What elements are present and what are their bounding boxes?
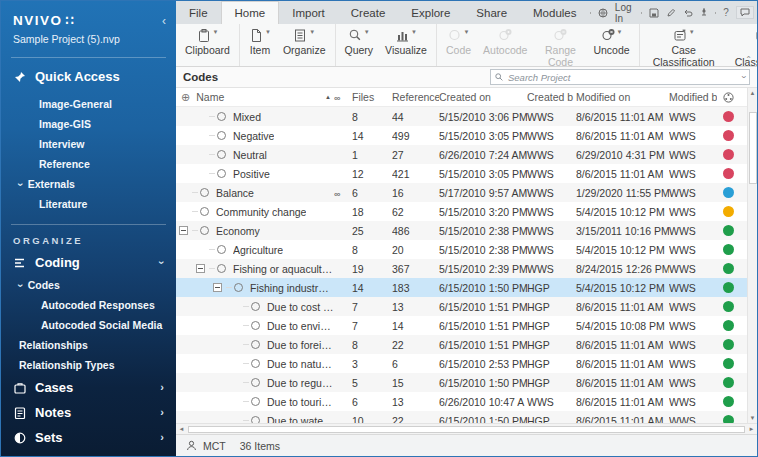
save-icon[interactable] xyxy=(649,8,659,18)
tab-explore[interactable]: Explore xyxy=(398,1,463,24)
table-row[interactable]: Mixed8445/15/2010 3:06 PMWWS8/6/2015 11:… xyxy=(176,107,747,126)
chevron-right-icon[interactable]: › xyxy=(160,407,164,418)
table-row[interactable]: Due to tourism and6136/26/2010 10:47 AWW… xyxy=(176,392,747,411)
row-name-label: Fishing or aquaculture xyxy=(233,263,334,275)
column-header-color[interactable] xyxy=(717,92,739,103)
column-header-name[interactable]: ⊕ Name ▲ xyxy=(176,91,334,104)
tab-home[interactable]: Home xyxy=(221,1,280,24)
table-row[interactable]: Neutral1276/26/2010 7:24 AMWWS6/29/2010 … xyxy=(176,145,747,164)
case-classification-button[interactable]: ▼Case Classification xyxy=(643,26,725,68)
collapse-node-icon[interactable] xyxy=(213,283,226,292)
undo-icon[interactable] xyxy=(683,8,693,18)
cell-created-by: WWS xyxy=(527,396,576,408)
scroll-right-icon[interactable]: ► xyxy=(746,424,757,434)
vertical-scroll-thumb[interactable] xyxy=(749,112,757,184)
table-row[interactable]: Agriculture8205/15/2010 2:38 PMWWS5/4/20… xyxy=(176,240,747,259)
table-row[interactable]: Economy254865/15/2010 2:38 PMWWS3/15/201… xyxy=(176,221,747,240)
chevron-right-icon[interactable]: › xyxy=(160,382,164,393)
sidebar-item-literature[interactable]: Literature xyxy=(1,194,176,214)
sidebar-item-relationship-types[interactable]: Relationship Types xyxy=(1,355,176,375)
search-input[interactable]: Search Project › xyxy=(490,69,750,85)
cell-name: Community change xyxy=(176,206,334,218)
column-header-created-on[interactable]: Created on xyxy=(439,91,527,103)
table-row[interactable]: Due to cost of doin7136/15/2010 1:51 PMH… xyxy=(176,297,747,316)
cell-color xyxy=(717,377,739,388)
edit-icon[interactable] xyxy=(666,8,676,18)
table-row[interactable]: Balance∞6165/17/2010 9:57 AMWWS1/29/2020… xyxy=(176,183,747,202)
tab-modules[interactable]: Modules xyxy=(520,1,589,24)
sidebar-item-autocoded-social-media[interactable]: Autocoded Social Media xyxy=(1,315,176,335)
table-row[interactable]: Community change18625/15/2010 3:20 PMWWS… xyxy=(176,202,747,221)
table-row[interactable]: Due to natural varia366/15/2010 2:53 PMH… xyxy=(176,354,747,373)
scroll-down-icon[interactable]: ▼ xyxy=(748,413,757,423)
table-row[interactable]: Fishing or aquaculture193675/15/2010 2:3… xyxy=(176,259,747,278)
sidebar-item-autocoded-responses[interactable]: Autocoded Responses xyxy=(1,295,176,315)
code-color-badge xyxy=(723,244,734,255)
sidebar-item-image-general[interactable]: Image-General xyxy=(1,94,176,114)
column-header-modified-on[interactable]: Modified on xyxy=(576,91,669,103)
table-row[interactable]: Fishing industry decline141836/15/2010 1… xyxy=(176,278,747,297)
sidebar-item-interview[interactable]: Interview xyxy=(1,134,176,154)
table-rows: Mixed8445/15/2010 3:06 PMWWS8/6/2015 11:… xyxy=(176,107,757,423)
column-header-link[interactable]: ∞ xyxy=(334,91,352,103)
table-row[interactable]: Due to water qualit10226/15/2010 1:50 PM… xyxy=(176,411,747,423)
table-row[interactable]: Due to regulations5156/15/2010 1:50 PMHG… xyxy=(176,373,747,392)
scroll-left-icon[interactable]: ◄ xyxy=(176,424,187,434)
table-row[interactable]: Negative144995/15/2010 3:05 PMWWS8/6/201… xyxy=(176,126,747,145)
cell-created-on: 6/15/2010 1:51 PM xyxy=(439,339,527,351)
tab-import[interactable]: Import xyxy=(279,1,338,24)
table-row[interactable]: Due to environmen7146/15/2010 1:51 PMHGP… xyxy=(176,316,747,335)
quick-pin-icon[interactable] xyxy=(700,8,708,18)
tab-file[interactable]: File xyxy=(176,1,221,24)
tab-create[interactable]: Create xyxy=(338,1,399,24)
cell-reference: 15 xyxy=(392,377,439,389)
table-row[interactable]: Due to foreign com8226/15/2010 1:51 PMHG… xyxy=(176,335,747,354)
table-row[interactable]: Positive124215/15/2010 3:05 PMWWS8/6/201… xyxy=(176,164,747,183)
cell-color xyxy=(717,244,739,255)
collapse-node-icon[interactable] xyxy=(179,226,192,235)
sidebar-item-coding[interactable]: Coding› xyxy=(1,250,176,275)
sidebar-item-image-gis[interactable]: Image-GIS xyxy=(1,114,176,134)
cell-files: 8 xyxy=(352,244,392,256)
cell-color xyxy=(717,320,739,331)
sidebar-item-notes[interactable]: Notes› xyxy=(1,400,176,425)
sidebar-item-externals[interactable]: ›Externals xyxy=(1,174,176,194)
tab-share[interactable]: Share xyxy=(463,1,520,24)
code-node-icon xyxy=(217,150,226,159)
ribbon-collapse-icon[interactable]: ⌃ xyxy=(745,55,752,64)
search-dropdown-icon[interactable]: › xyxy=(739,76,749,79)
chevron-right-icon[interactable]: › xyxy=(160,432,164,443)
sidebar-item-cases[interactable]: Cases› xyxy=(1,375,176,400)
sidebar-collapse-icon[interactable]: ‹ xyxy=(162,16,166,26)
expand-all-icon[interactable]: ⊕ xyxy=(181,91,190,104)
sidebar-item-codes[interactable]: ›Codes xyxy=(1,275,176,295)
code-button: ▼Code xyxy=(440,26,477,56)
feedback-icon[interactable] xyxy=(736,6,754,19)
cell-modified-on: 5/4/2015 10:12 PM xyxy=(576,244,669,256)
sidebar-item-relationships[interactable]: Relationships xyxy=(1,335,176,355)
clipboard-button[interactable]: ▼Clipboard xyxy=(179,26,236,56)
login-button[interactable]: Log In xyxy=(615,2,634,24)
scroll-up-icon[interactable]: ▲ xyxy=(748,88,757,98)
globe-icon[interactable] xyxy=(598,8,608,18)
uncode-button[interactable]: ▼Uncode xyxy=(587,26,635,56)
column-header-reference[interactable]: Reference xyxy=(392,91,439,103)
collapse-node-icon[interactable] xyxy=(196,264,209,273)
horizontal-scrollbar[interactable]: ◄ ► xyxy=(176,423,757,434)
item-button[interactable]: ▼Item xyxy=(243,26,277,56)
cell-modified-on: 8/6/2015 11:01 AM xyxy=(576,415,669,424)
column-header-created-by[interactable]: Created b xyxy=(527,91,576,103)
visualize-button[interactable]: ▼Visualize xyxy=(379,26,433,56)
file-classification-button[interactable]: ▼File Classification xyxy=(725,26,758,68)
organize-button[interactable]: ▼Organize xyxy=(277,26,332,56)
column-header-modified-by[interactable]: Modified b xyxy=(669,91,717,103)
horizontal-scroll-thumb[interactable] xyxy=(188,426,745,433)
sidebar-item-reference[interactable]: Reference xyxy=(1,154,176,174)
chevron-down-icon[interactable]: › xyxy=(157,261,168,265)
vertical-scrollbar[interactable]: ▲ ▼ xyxy=(747,88,757,423)
quick-access-header[interactable]: Quick Access xyxy=(1,58,176,92)
help-icon[interactable]: ? xyxy=(723,8,729,18)
query-button[interactable]: ▼Query xyxy=(339,26,380,56)
column-header-files[interactable]: Files xyxy=(352,91,392,103)
sidebar-item-sets[interactable]: Sets› xyxy=(1,425,176,450)
